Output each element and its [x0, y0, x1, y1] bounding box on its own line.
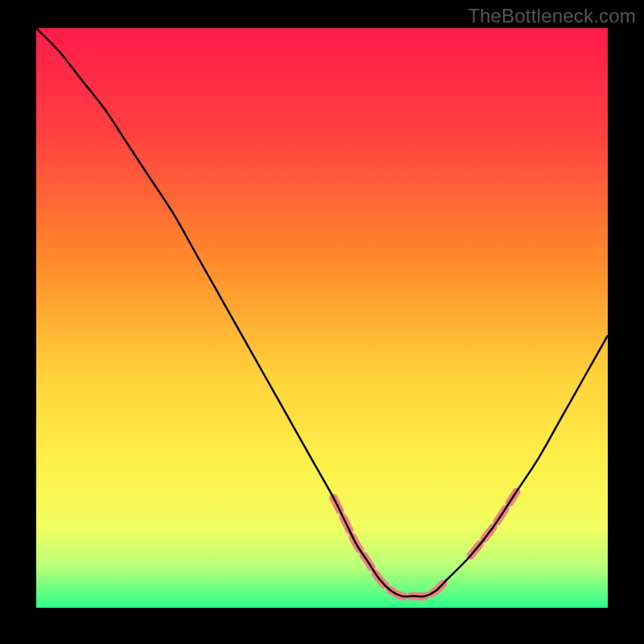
gradient-background — [36, 28, 608, 608]
watermark-text: TheBottleneck.com — [468, 5, 636, 27]
bottleneck-chart — [36, 28, 608, 608]
chart-stage: TheBottleneck.com — [0, 0, 644, 644]
